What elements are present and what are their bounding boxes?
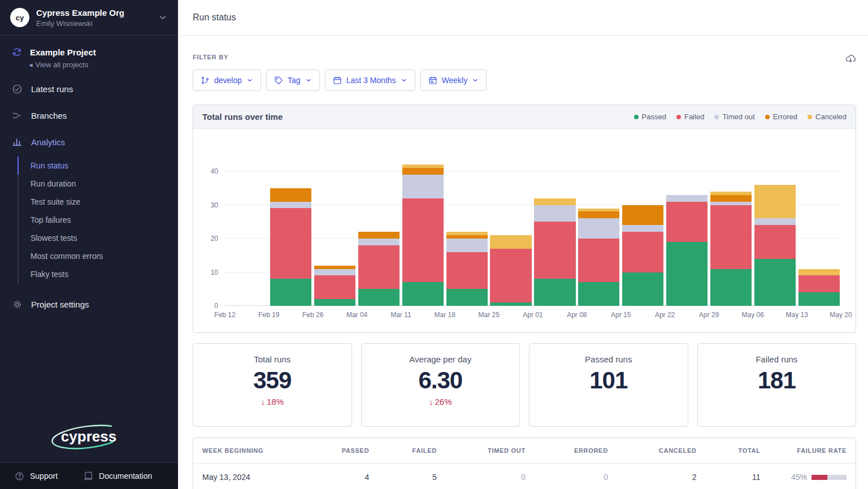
timed-out-segment [622, 225, 663, 232]
sidebar-item-flaky-tests[interactable]: Flaky tests [18, 265, 178, 283]
errored-segment [622, 205, 663, 226]
table-row[interactable]: May 13, 2024450021145% [193, 464, 856, 489]
y-axis-label: 0 [203, 302, 218, 310]
col-header-passed: Passed [306, 438, 378, 464]
chevron-down-icon [158, 12, 168, 23]
sidebar-item-test-suite-size[interactable]: Test suite size [18, 193, 178, 211]
sidebar-item-run-status[interactable]: Run status [18, 157, 178, 175]
y-axis-label: 10 [203, 269, 218, 276]
project-name-row[interactable]: Example Project [11, 47, 168, 57]
x-axis: Feb 12Feb 19Feb 26Mar 04Mar 11Mar 18Mar … [225, 311, 841, 326]
bar-slot-apr-29 [709, 145, 753, 306]
bar-mar-04[interactable] [358, 232, 400, 306]
stat-title: Average per day [409, 354, 471, 364]
sidebar-item-run-duration[interactable]: Run duration [18, 175, 178, 193]
timed-out-segment [358, 239, 400, 245]
legend-dot [714, 115, 719, 119]
filter-weekly-button[interactable]: Weekly [420, 70, 487, 91]
chevron-down-icon [401, 77, 407, 84]
failure-rate-value: 45% [791, 473, 807, 482]
bar-may-06[interactable] [754, 185, 796, 306]
sidebar-item-label: Project settings [31, 300, 89, 309]
canceled-segment [754, 185, 796, 219]
bar-slot-mar-04 [357, 145, 401, 306]
passed-segment [446, 289, 488, 306]
sidebar-item-slowest-tests[interactable]: Slowest tests [18, 229, 178, 247]
documentation-link[interactable]: Documentation [84, 471, 152, 481]
x-axis-label: Feb 19 [258, 311, 279, 319]
passed-segment [622, 272, 663, 306]
main-area: Run status FILTER BY developTagLast 3 Mo… [178, 0, 868, 489]
x-axis-label: May 06 [742, 311, 764, 319]
errored-segment [358, 232, 400, 239]
bar-apr-15[interactable] [622, 205, 663, 306]
view-all-projects-label: View all projects [36, 60, 89, 69]
calendar-icon [333, 76, 342, 85]
failed-segment [622, 232, 663, 272]
bar-mar-25[interactable] [490, 235, 531, 306]
sidebar-item-label: Latest runs [31, 84, 73, 94]
errored-segment [710, 195, 752, 202]
cloud-download-icon[interactable] [845, 53, 856, 64]
timed-out-segment [402, 175, 444, 198]
org-switcher[interactable]: cy Cypress Example Org Emily Wisniewski [0, 0, 178, 36]
failed-segment [798, 275, 840, 292]
passed-segment [402, 282, 444, 306]
cell-week-beginning: May 13, 2024 [193, 464, 306, 489]
sidebar-footer: Support Documentation [0, 462, 178, 489]
bar-feb-19[interactable] [270, 188, 311, 306]
col-header-week-beginning: Week Beginning [193, 438, 306, 464]
total-runs-chart-card: Total runs over time PassedFailedTimed o… [193, 105, 856, 333]
legend-label: Failed [684, 112, 704, 121]
legend-label: Errored [773, 112, 797, 121]
x-axis-label: Feb 26 [302, 311, 323, 319]
weekly-runs-table: Week BeginningPassedFailedTimed OutError… [193, 438, 856, 489]
filter-last-3-months-button[interactable]: Last 3 Months [325, 70, 415, 91]
sidebar-item-branches[interactable]: Branches [0, 102, 178, 129]
stat-title: Passed runs [585, 354, 632, 364]
x-axis-label: Apr 08 [567, 311, 587, 319]
support-link[interactable]: Support [15, 471, 58, 481]
sidebar-item-analytics[interactable]: Analytics [0, 129, 178, 155]
bar-slot-may-13 [797, 145, 841, 306]
bar-apr-01[interactable] [534, 198, 575, 306]
failed-segment [578, 239, 619, 282]
errored-segment [402, 168, 444, 175]
filter-button-label: Weekly [442, 76, 468, 85]
bar-apr-29[interactable] [710, 192, 752, 306]
filter-button-label: Last 3 Months [346, 76, 396, 85]
view-all-projects-link[interactable]: ◂ View all projects [29, 60, 168, 69]
filter-tag-button[interactable]: Tag [266, 70, 320, 91]
chevron-down-icon [305, 77, 312, 84]
sidebar-item-most-common-errors[interactable]: Most common errors [18, 247, 178, 265]
x-axis-label: Mar 18 [435, 311, 455, 319]
canceled-segment [534, 198, 575, 205]
bar-mar-11[interactable] [402, 165, 444, 306]
sidebar-item-latest-runs[interactable]: Latest runs [0, 76, 178, 102]
legend-item-canceled: Canceled [808, 112, 847, 121]
cell-errored: 0 [535, 464, 617, 489]
passed-segment [710, 269, 752, 306]
timed-out-segment [666, 195, 708, 202]
cell-timed-out: 0 [446, 464, 535, 489]
x-axis-label: Feb 12 [214, 311, 235, 319]
sidebar-item-top-failures[interactable]: Top failures [18, 211, 178, 229]
canceled-segment [798, 269, 840, 276]
x-axis-label: May 20 [830, 311, 852, 319]
passed-segment [666, 242, 708, 306]
stat-value: 181 [758, 367, 796, 394]
sidebar-item-project-settings[interactable]: Project settings [0, 291, 178, 318]
bar-slot-feb-12 [225, 145, 269, 306]
chart-legend: PassedFailedTimed outErroredCanceled [634, 112, 847, 121]
filter-develop-button[interactable]: develop [193, 70, 261, 91]
bar-apr-08[interactable] [578, 209, 619, 306]
bar-apr-22[interactable] [666, 195, 708, 306]
y-axis-label: 30 [203, 201, 218, 209]
x-axis-label: Mar 11 [390, 311, 411, 319]
bar-mar-18[interactable] [446, 232, 488, 306]
stat-title: Total runs [254, 354, 290, 364]
bar-feb-26[interactable] [314, 266, 355, 306]
legend-item-errored: Errored [765, 112, 797, 121]
bar-may-13[interactable] [798, 269, 840, 306]
page-header: Run status [178, 0, 868, 36]
